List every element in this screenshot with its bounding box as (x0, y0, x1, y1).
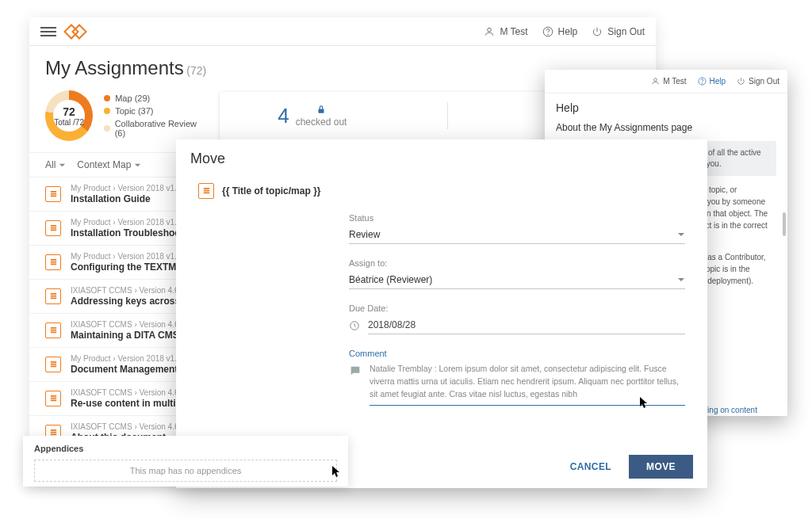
filter-context-map[interactable]: Context Map (77, 159, 141, 170)
svg-point-0 (488, 28, 492, 32)
status-field[interactable]: Status Review (349, 213, 685, 244)
comment-text[interactable]: Natalie Tremblay : Lorem ipsum dolor sit… (370, 363, 685, 406)
comment-icon (349, 364, 362, 377)
user-icon (651, 77, 660, 86)
lock-icon (316, 104, 327, 115)
chevron-down-icon (134, 162, 141, 169)
comment-field: Comment Natalie Tremblay : Lorem ipsum d… (349, 349, 685, 418)
help-subtitle: About the My Assignments page (556, 122, 776, 133)
doc-icon (45, 391, 61, 406)
doc-icon (45, 220, 61, 236)
field-label: Status (349, 213, 685, 223)
signout-link[interactable]: Sign Out (592, 26, 645, 37)
page-title: My Assignments (45, 57, 184, 78)
legend: Map (29) Topic (37) Collaborative Review… (104, 93, 204, 138)
doc-icon (45, 288, 61, 304)
power-icon (592, 26, 603, 37)
dialog-title: Move (176, 139, 707, 178)
clock-icon (349, 320, 360, 331)
move-button[interactable]: MOVE (629, 455, 693, 479)
help-link-active[interactable]: Help (698, 77, 726, 86)
status-value: Review (349, 229, 380, 240)
donut-total: 72 (54, 105, 84, 118)
cursor-icon (639, 396, 649, 409)
doc-icon (45, 357, 61, 372)
cancel-button[interactable]: CANCEL (559, 455, 622, 479)
topic-title: {{ Title of topic/map }} (222, 185, 320, 197)
logo (66, 26, 85, 37)
due-date-value[interactable]: 2018/08/28 (368, 316, 685, 334)
legend-item: Topic (37) (104, 106, 204, 116)
menu-icon[interactable] (40, 27, 56, 36)
donut-chart: 72 Total /72 (45, 90, 93, 141)
signout-label: Sign Out (607, 26, 645, 37)
stat-num: 4 (278, 104, 289, 128)
legend-item: Map (29) (104, 93, 204, 103)
svg-point-2 (547, 34, 548, 35)
divider (447, 102, 448, 129)
doc-icon (45, 322, 61, 338)
donut-block: 72 Total /72 Map (29) Topic (37) Collabo… (45, 90, 204, 141)
stat-checked-out: 4 checked out (278, 104, 347, 128)
appendices-panel: Appendices This map has no appendices (23, 436, 348, 487)
user-name: M Test (500, 26, 527, 37)
help-appbar: M Test Help Sign Out (545, 70, 787, 93)
doc-icon (45, 186, 61, 202)
due-date-field[interactable]: Due Date: 2018/08/28 (349, 303, 685, 334)
signout-link[interactable]: Sign Out (737, 77, 779, 86)
donut-sub: Total /72 (54, 118, 84, 127)
svg-point-4 (654, 78, 657, 82)
appendices-dropzone[interactable]: This map has no appendices (34, 460, 337, 482)
legend-item: Collaborative Review (6) (104, 119, 204, 138)
page-count: (72) (186, 64, 206, 77)
item-title: Document Management (71, 364, 182, 375)
field-label: Assign to: (349, 258, 685, 268)
appendices-title: Appendices (34, 444, 337, 453)
help-icon (542, 26, 553, 37)
user-menu[interactable]: M Test (484, 26, 527, 37)
help-title: Help (556, 101, 776, 114)
help-icon (698, 77, 707, 86)
assign-value: Béatrice (Reviewer) (349, 274, 432, 285)
assign-field[interactable]: Assign to: Béatrice (Reviewer) (349, 258, 685, 289)
breadcrumb: My Product › Version 2018 v1.1 (71, 354, 182, 363)
svg-point-6 (702, 83, 703, 84)
appendices-empty-text: This map has no appendices (130, 466, 242, 475)
chevron-down-icon (59, 162, 66, 169)
cursor-icon (331, 465, 341, 478)
appbar: M Test Help Sign Out (29, 17, 656, 46)
svg-rect-3 (319, 109, 324, 113)
user-icon (484, 26, 495, 37)
doc-icon (45, 254, 61, 270)
filter-all[interactable]: All (45, 159, 66, 170)
topic-label-row: {{ Title of topic/map }} (198, 183, 685, 199)
chevron-down-icon (677, 231, 685, 239)
help-link[interactable]: Help (542, 26, 578, 37)
help-label: Help (558, 26, 578, 37)
scrollbar-thumb[interactable] (783, 212, 786, 236)
field-label: Due Date: (349, 303, 685, 313)
power-icon (737, 77, 745, 86)
field-label: Comment (349, 349, 685, 358)
chevron-down-icon (677, 276, 685, 284)
user-menu[interactable]: M Test (651, 77, 686, 86)
doc-icon (198, 183, 214, 199)
dialog-actions: CANCEL MOVE (559, 455, 693, 479)
